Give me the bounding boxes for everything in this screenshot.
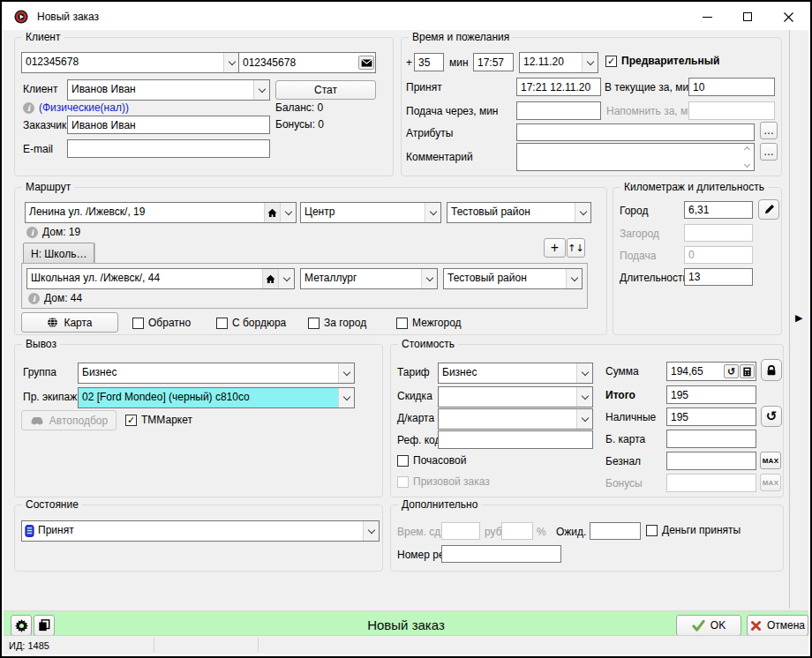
curb-checkbox[interactable]: С бордюра [216, 317, 286, 329]
crew-group-combo[interactable]: Бизнес [78, 363, 355, 384]
stop-tab[interactable]: Н: Школь… [23, 243, 94, 264]
close-icon [784, 12, 793, 22]
to-district-value: Тестовый район [444, 269, 566, 288]
hourly-checkbox[interactable]: Почасовой [397, 454, 466, 467]
status-divider [258, 638, 259, 653]
cashless-input[interactable] [666, 452, 756, 470]
info-icon: i [26, 227, 38, 238]
lock-sum-button[interactable] [761, 359, 782, 381]
autoselect-button: Автоподбор [21, 410, 117, 430]
intercity-label: Межгород [412, 317, 462, 329]
home-icon[interactable] [264, 203, 280, 222]
reset-cash-button[interactable]: ↺ [761, 406, 782, 427]
minimize-icon [703, 17, 712, 18]
bonus-label: Бонусы [605, 477, 643, 490]
cash-label: Наличные [605, 411, 656, 423]
sms-envelope-icon[interactable] [358, 56, 374, 70]
chevron-down-icon[interactable] [280, 203, 296, 222]
to-district-combo[interactable]: Тестовый район [443, 268, 583, 289]
map-button[interactable]: Карта [21, 312, 118, 333]
order-date-combo[interactable]: 12.11.20 [519, 52, 598, 73]
swap-addresses-button[interactable]: ↑↓ [567, 238, 585, 258]
city-km-input[interactable] [684, 201, 753, 219]
from-zone-combo[interactable]: Центр [300, 202, 441, 223]
return-checkbox[interactable]: Обратно [132, 317, 191, 329]
state-group-label: Состояние [22, 498, 82, 512]
taximeter-icon[interactable] [740, 364, 755, 378]
assigned-crew-combo[interactable]: 02 [Ford Mondeo] (черный) с810со [78, 387, 355, 408]
discount-card-value [439, 409, 576, 429]
tmmarket-checkbox[interactable]: ✓ ТММаркет [125, 414, 192, 426]
recalc-sum-icon[interactable]: ↺ [724, 364, 739, 378]
chevron-down-icon[interactable] [278, 269, 294, 288]
cashless-label: Безнал [605, 455, 641, 467]
from-district-value: Тестовый район [447, 203, 575, 222]
tmmarket-label: ТММаркет [141, 414, 192, 426]
client-label: Клиент [23, 83, 58, 95]
stat-button[interactable]: Стат [275, 80, 376, 100]
from-address-combo[interactable]: Ленина ул. /Ижевск/, 19 [25, 202, 297, 223]
order-date-value: 12.11.20 [520, 53, 582, 72]
discount-card-combo[interactable] [438, 408, 593, 430]
map-button-label: Карта [64, 317, 92, 329]
check-icon: ✓ [127, 415, 135, 425]
wait-input[interactable] [590, 522, 641, 540]
sum-field[interactable]: 194,65 ↺ [666, 362, 756, 381]
discount-combo[interactable] [438, 386, 593, 408]
side-panel-expander-icon[interactable]: ▶ [795, 311, 802, 324]
add-stop-button[interactable]: + [544, 238, 566, 258]
order-id-label: ИД: 1485 [9, 639, 49, 652]
accepted-time-input[interactable] [516, 78, 601, 96]
bankcard-input[interactable] [666, 430, 756, 448]
tariff-combo[interactable]: Бизнес [438, 363, 593, 384]
bonuses-label: Бонусы: 0 [275, 118, 324, 131]
tariff-label: Тариф [397, 366, 430, 378]
phone-combo[interactable]: 012345678 [21, 52, 240, 73]
out-of-town-checkbox[interactable]: За город [308, 317, 366, 329]
intercity-checkbox[interactable]: Межгород [396, 317, 462, 329]
offset-minutes-input[interactable] [414, 53, 444, 71]
email-input[interactable] [67, 139, 270, 158]
attributes-more-button[interactable]: … [760, 122, 778, 139]
cashless-max-button[interactable]: MAX [760, 452, 781, 469]
scroll-arrows-icon[interactable] [741, 146, 752, 168]
cash-input[interactable] [666, 408, 756, 426]
total-input[interactable] [666, 385, 756, 404]
to-address-combo[interactable]: Школьная ул. /Ижевск/, 44 [26, 268, 295, 289]
home-icon[interactable] [262, 269, 278, 288]
remind-label: Напомнить за, мин [606, 105, 700, 117]
state-combo[interactable]: Принят [21, 520, 380, 542]
status-divider [154, 638, 154, 653]
close-button[interactable] [768, 4, 808, 30]
comment-textarea[interactable] [516, 143, 755, 171]
info-icon: i [23, 102, 34, 114]
customer-input[interactable] [67, 116, 270, 134]
to-current-input[interactable] [688, 78, 775, 96]
to-zone-combo[interactable]: Металлург [300, 268, 438, 289]
duration-input[interactable] [684, 268, 753, 286]
money-received-checkbox[interactable]: Деньги приняты [646, 524, 741, 536]
feed-in-input[interactable] [516, 101, 601, 120]
order-time-input[interactable] [473, 53, 514, 71]
city-km-label: Город [620, 205, 648, 217]
phone2-field[interactable]: 012345678 [238, 52, 376, 73]
ok-button[interactable]: OK [676, 615, 741, 636]
preliminary-checkbox[interactable]: ✓ Предварительный [605, 55, 719, 67]
feed-in-label: Подача через, мин [406, 105, 498, 117]
client-name-combo[interactable]: Иванов Иван [67, 79, 270, 101]
discount-card-label: Д/карта [397, 412, 434, 424]
check-icon: ✓ [607, 56, 615, 66]
feed-km-input [684, 246, 753, 264]
cancel-button[interactable]: Отмена [747, 615, 808, 636]
maximize-button[interactable] [727, 4, 768, 30]
minimize-button[interactable] [687, 4, 727, 30]
flight-number-input[interactable] [441, 545, 561, 563]
refcode-input[interactable] [438, 430, 593, 449]
ok-label: OK [710, 619, 726, 632]
comment-more-button[interactable]: … [760, 143, 778, 161]
attributes-input[interactable] [516, 123, 755, 141]
edit-km-button[interactable] [758, 199, 779, 220]
percent-label: % [537, 526, 546, 538]
client-category-link[interactable]: (Физические(нал)) [39, 101, 129, 114]
from-district-combo[interactable]: Тестовый район [447, 202, 591, 223]
